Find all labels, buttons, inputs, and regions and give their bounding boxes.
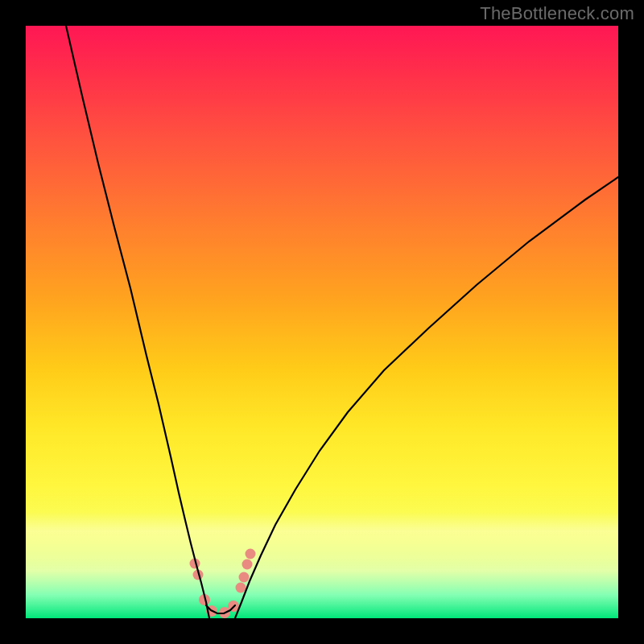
chart-frame: TheBottleneck.com — [0, 0, 644, 644]
watermark-text: TheBottleneck.com — [480, 3, 634, 24]
accent-point — [242, 559, 253, 570]
accent-point — [236, 583, 246, 593]
accent-point — [239, 572, 250, 583]
right-branch-line — [235, 177, 618, 618]
left-branch-line — [66, 26, 209, 618]
accent-point — [246, 549, 256, 559]
chart-svg — [26, 26, 618, 618]
plot-area — [26, 26, 618, 618]
accent-points-layer — [190, 549, 256, 619]
